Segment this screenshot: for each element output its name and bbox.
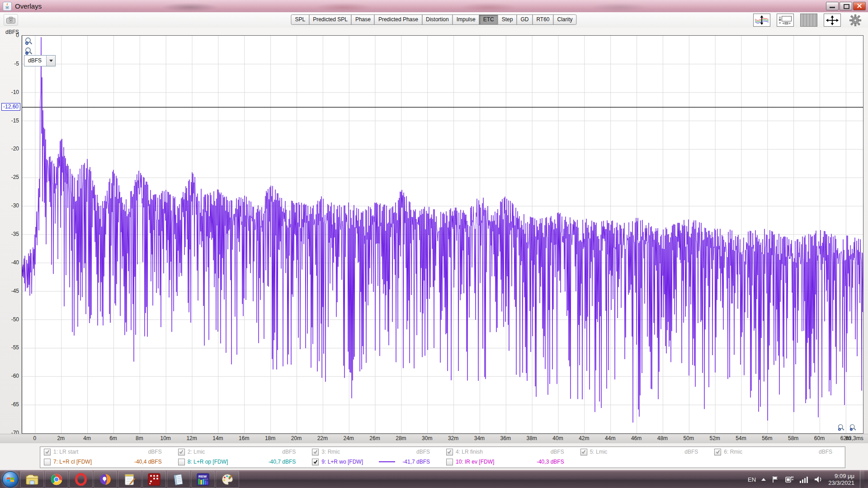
x-tick-label: 60m <box>814 435 825 441</box>
taskbar-rew-button[interactable]: REW V5.1 <box>191 471 215 488</box>
taskbar-paint-button[interactable] <box>216 471 239 488</box>
legend-checkbox[interactable] <box>446 459 453 465</box>
tab-predicted-phase[interactable]: Predicted Phase <box>374 14 422 25</box>
x-tick-label: 12m <box>186 435 197 441</box>
legend-entry-unit: dBFS <box>416 449 430 455</box>
capture-graph-button[interactable] <box>4 14 18 26</box>
zoom-out-y-button[interactable] <box>24 47 33 56</box>
taskbar-chrome-button[interactable] <box>45 471 68 488</box>
unit-selector-dropdown[interactable]: dBFS <box>24 55 56 66</box>
start-button[interactable] <box>1 471 20 488</box>
taskbar-notes-button[interactable] <box>118 471 142 488</box>
x-tick-label: 63,3ms <box>845 435 863 441</box>
legend-entry: 10: IR ev [FDW]-40,3 dBFS <box>443 457 577 467</box>
taskbar-file-explorer-button[interactable] <box>20 471 44 488</box>
tab-rt60[interactable]: RT60 <box>532 14 553 25</box>
taskbar: REW V5.1 EN <box>0 470 868 488</box>
taskbar-avast-browser-button[interactable] <box>94 471 117 488</box>
etc-plot-area[interactable] <box>22 35 863 434</box>
x-tick-label: 22m <box>317 435 328 441</box>
legend-entry: 6: RmicdBFS <box>711 447 845 457</box>
legend-entry: 8: L+R op [FDW]-40,7 dBFS <box>175 457 309 467</box>
taskbar-opera-button[interactable] <box>69 471 93 488</box>
hidden-icons-arrow[interactable] <box>761 478 766 481</box>
window-titlebar: Overlays <box>0 0 868 13</box>
legend-entry-label: 8: L+R op [FDW] <box>188 459 228 465</box>
limits-icon[interactable] <box>777 14 794 27</box>
zoom-out-x-button[interactable] <box>849 424 858 433</box>
java-app-icon <box>3 2 12 11</box>
legend-checkbox[interactable] <box>178 459 185 465</box>
maximize-button[interactable] <box>840 2 852 10</box>
file-explorer-icon <box>25 474 39 485</box>
tab-gd[interactable]: GD <box>516 14 533 25</box>
settings-gear-icon[interactable] <box>847 14 863 26</box>
taskbar-red-grid-app-button[interactable] <box>142 471 166 488</box>
y-tick-label: 0 <box>0 32 19 38</box>
legend-entry: 2: LmicdBFS <box>175 447 309 457</box>
tab-phase[interactable]: Phase <box>351 14 375 25</box>
legend-entry-value: -40,7 dBFS <box>269 459 296 465</box>
y-tick-label: -25 <box>0 174 19 180</box>
x-tick-label: 34m <box>474 435 485 441</box>
legend-checkbox[interactable] <box>312 449 319 455</box>
x-tick-label: 18m <box>265 435 275 441</box>
chevron-down-icon <box>46 56 55 66</box>
toolbar-right-icons <box>753 14 863 27</box>
legend-entry-label: 6: Rmic <box>724 449 742 455</box>
x-tick-label: 32m <box>448 435 458 441</box>
language-indicator[interactable]: EN <box>748 476 756 483</box>
zoom-in-y-button[interactable] <box>24 37 33 46</box>
volume-icon[interactable] <box>814 476 823 483</box>
network-signal-icon[interactable] <box>799 476 808 483</box>
legend-checkbox[interactable] <box>178 449 185 455</box>
legend-entry-label: 9: L+R wo [FDW] <box>321 459 363 465</box>
x-tick-label: 48m <box>657 435 668 441</box>
x-tick-label: 8m <box>136 435 143 441</box>
tab-spl[interactable]: SPL <box>291 14 309 25</box>
legend-entry: 3: RmicdBFS <box>308 447 443 457</box>
legend-checkbox[interactable] <box>312 459 319 465</box>
x-tick-label: 42m <box>579 435 589 441</box>
taskbar-notepad-button[interactable] <box>167 471 190 488</box>
zoom-in-x-button[interactable] <box>837 424 846 433</box>
legend-entry: 9: L+R wo [FDW]-41,7 dBFS <box>308 457 443 467</box>
pan-zoom-icon[interactable] <box>824 14 841 27</box>
taskbar-clock[interactable]: 9:09 μμ 23/3/2021 <box>828 473 854 486</box>
legend-checkbox[interactable] <box>580 449 587 455</box>
magnifier-plus-icon <box>24 37 33 46</box>
minimize-button[interactable] <box>826 2 839 10</box>
grid-toggle-icon[interactable] <box>800 14 817 27</box>
legend-entry-value: -41,7 dBFS <box>402 459 430 465</box>
legend-checkbox[interactable] <box>44 459 51 465</box>
x-tick-label: 26m <box>369 435 380 441</box>
legend-entry-unit: dBFS <box>819 449 832 455</box>
magnifier-plus-icon <box>837 424 845 432</box>
tab-step[interactable]: Step <box>498 14 517 25</box>
legend-entry-label: 7: L+R cl [FDW] <box>53 459 92 465</box>
x-tick-label: 30m <box>422 435 432 441</box>
tab-etc[interactable]: ETC <box>479 14 498 25</box>
legend-checkbox[interactable] <box>446 449 453 455</box>
avast-browser-icon <box>99 473 112 486</box>
show-desktop-button[interactable] <box>860 470 864 488</box>
legend-line-sample <box>379 461 395 462</box>
tab-distortion[interactable]: Distortion <box>422 14 453 25</box>
trace-scale-icon[interactable] <box>753 14 770 27</box>
y-cursor-value-box[interactable]: -12,60 <box>1 103 20 111</box>
minimize-icon <box>830 7 835 8</box>
red-grid-app-icon <box>148 473 160 486</box>
maximize-icon <box>844 4 849 9</box>
tab-clarity[interactable]: Clarity <box>553 14 577 25</box>
legend-entry: 1: LR startdBFS <box>40 447 175 457</box>
rew-icon: REW V5.1 <box>197 473 209 486</box>
power-plug-icon[interactable] <box>785 475 794 483</box>
tab-predicted-spl[interactable]: Predicted SPL <box>309 14 352 25</box>
legend-checkbox[interactable] <box>44 449 51 455</box>
y-tick-label: -45 <box>0 288 19 294</box>
legend-entry-unit: dBFS <box>148 449 162 455</box>
tab-impulse[interactable]: Impulse <box>453 14 480 25</box>
close-button[interactable] <box>853 2 866 10</box>
action-center-flag-icon[interactable] <box>771 475 779 483</box>
legend-checkbox[interactable] <box>714 449 721 455</box>
